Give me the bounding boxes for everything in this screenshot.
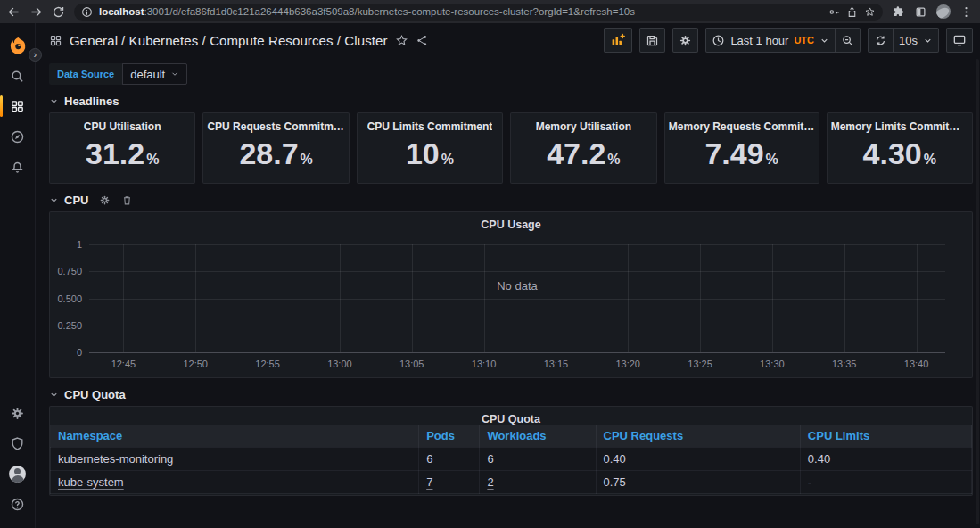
- column-header-cpu-limits[interactable]: CPU Limits: [800, 425, 971, 447]
- stat-panel-2[interactable]: CPU Limits Commitment10%: [357, 112, 503, 184]
- stat-panel-4[interactable]: Memory Requests Commitm...7.49%: [664, 112, 819, 184]
- gridline-x: [772, 244, 773, 352]
- gridline-x: [195, 244, 196, 352]
- save-icon: [646, 34, 659, 47]
- add-panel-button[interactable]: [604, 28, 632, 53]
- sidebar-item-dashboards[interactable]: [0, 93, 36, 120]
- table-cell-link[interactable]: 6: [480, 447, 596, 470]
- time-controls: Last 1 hour UTC: [705, 28, 861, 53]
- stat-panel-3[interactable]: Memory Utilisation47.2%: [510, 112, 656, 184]
- chevron-down-icon: [170, 70, 179, 78]
- sidebar-expand-button[interactable]: ›: [29, 48, 42, 62]
- row-delete-trash-icon[interactable]: [121, 194, 133, 206]
- browser-back-icon[interactable]: [7, 5, 21, 19]
- sidebar-item-search[interactable]: [0, 62, 36, 89]
- dashboard-header: General/ Kubernetes / Compute Resources …: [49, 23, 973, 57]
- tab-workspace-icon[interactable]: [914, 5, 927, 19]
- gridline-x: [700, 244, 701, 352]
- refresh-button[interactable]: [868, 28, 893, 53]
- gridline-y: [89, 326, 945, 326]
- table-cell: 0.40: [596, 447, 800, 470]
- bookmark-star-icon[interactable]: [864, 6, 876, 18]
- gridline-x: [123, 244, 124, 352]
- x-axis-tick: 13:40: [904, 359, 929, 369]
- browser-forward-icon[interactable]: [29, 5, 43, 19]
- share-dashboard-icon[interactable]: [416, 34, 429, 47]
- cpu-quota-table: NamespacePodsWorkloadsCPU RequestsCPU Li…: [50, 425, 972, 494]
- password-key-icon[interactable]: [828, 6, 840, 18]
- no-data-label: No data: [497, 278, 538, 292]
- stat-value: 4.30%: [863, 137, 936, 170]
- cpu-usage-panel[interactable]: CPU Usage No data 10.7500.5000.250012:45…: [49, 211, 973, 378]
- browser-profile-avatar[interactable]: [936, 4, 951, 19]
- sidebar-item-alerting[interactable]: [0, 153, 36, 180]
- gridline-x: [268, 244, 268, 352]
- stat-panel-5[interactable]: Memory Limits Commitment4.30%: [827, 112, 973, 184]
- table-cell-link[interactable]: kube-system: [51, 470, 419, 493]
- tv-mode-button[interactable]: [946, 28, 973, 53]
- stat-value: 31.2%: [86, 137, 159, 170]
- gridline-x: [412, 244, 413, 352]
- site-info-icon[interactable]: [81, 6, 93, 18]
- stat-panel-1[interactable]: CPU Requests Commitment28.7%: [202, 112, 349, 184]
- breadcrumb: General/ Kubernetes / Compute Resources …: [49, 33, 429, 48]
- stat-panel-0[interactable]: CPU Utilisation31.2%: [49, 112, 195, 184]
- apps-grid-icon[interactable]: [49, 34, 62, 47]
- time-range-picker[interactable]: Last 1 hour UTC: [705, 28, 835, 53]
- x-axis-tick: 13:20: [615, 359, 640, 369]
- gridline-x: [917, 244, 918, 352]
- gear-icon: [679, 34, 692, 47]
- row-header-cpu[interactable]: CPU: [49, 192, 973, 208]
- help-icon: [10, 497, 25, 512]
- cpu-quota-panel[interactable]: CPU Quota NamespacePodsWorkloadsCPU Requ…: [49, 406, 973, 496]
- chevron-down-icon: [49, 390, 59, 400]
- table-cell-link[interactable]: 2: [480, 470, 596, 493]
- stat-value: 10%: [406, 137, 454, 170]
- url-text[interactable]: localhost:3001/d/efa86fd1d0c121a26444b63…: [99, 6, 822, 17]
- browser-address-bar[interactable]: localhost:3001/d/efa86fd1d0c121a26444b63…: [74, 4, 883, 21]
- x-axis-tick: 13:00: [327, 359, 352, 369]
- extensions-puzzle-icon[interactable]: [892, 5, 905, 19]
- zoom-out-time-button[interactable]: [835, 28, 861, 53]
- save-dashboard-button[interactable]: [639, 28, 665, 53]
- table-cell-link[interactable]: 6: [419, 447, 480, 470]
- column-header-pods[interactable]: Pods: [419, 425, 480, 447]
- sidebar-item-help[interactable]: [0, 491, 36, 517]
- dashboard-settings-button[interactable]: [672, 28, 698, 53]
- y-axis-tick: 0.500: [57, 293, 82, 304]
- user-avatar: [9, 466, 26, 483]
- x-axis-tick: 13:15: [544, 359, 569, 369]
- sidebar-item-profile[interactable]: [0, 460, 36, 487]
- column-header-workloads[interactable]: Workloads: [480, 425, 596, 447]
- bell-icon: [10, 160, 25, 175]
- dashboard-toolbar: Last 1 hour UTC 10s: [604, 28, 973, 53]
- panel-title[interactable]: CPU Quota: [50, 407, 972, 425]
- row-header-cpu-quota[interactable]: CPU Quota: [49, 386, 973, 402]
- datasource-variable-label[interactable]: Data Source: [49, 63, 122, 85]
- clock-icon: [712, 34, 725, 47]
- datasource-variable-value[interactable]: default: [122, 63, 187, 85]
- favorite-star-icon[interactable]: [395, 34, 408, 47]
- gear-icon: [10, 406, 25, 421]
- row-header-headlines[interactable]: Headlines: [49, 93, 973, 109]
- sidebar-item-server-admin[interactable]: [0, 430, 36, 457]
- column-header-namespace[interactable]: Namespace: [51, 425, 419, 447]
- browser-menu-icon[interactable]: [959, 5, 973, 19]
- refresh-interval-picker[interactable]: 10s: [893, 28, 939, 53]
- sidebar-item-configuration[interactable]: [0, 400, 36, 426]
- table-cell-link[interactable]: 7: [419, 470, 480, 493]
- refresh-icon: [874, 34, 887, 47]
- table-cell: 0.40: [800, 447, 971, 470]
- browser-reload-icon[interactable]: [52, 5, 65, 19]
- dashboard-scrollbar[interactable]: [976, 59, 979, 524]
- row-settings-gear-icon[interactable]: [99, 194, 111, 206]
- dashboard-title[interactable]: General/ Kubernetes / Compute Resources …: [70, 33, 388, 48]
- table-cell-link[interactable]: kubernetes-monitoring: [51, 447, 419, 470]
- sidebar-item-explore[interactable]: [0, 123, 36, 150]
- x-axis-tick: 12:50: [183, 359, 208, 369]
- panel-title[interactable]: CPU Usage: [50, 212, 972, 231]
- table-row: kube-system720.75-: [51, 470, 972, 493]
- share-page-icon[interactable]: [846, 6, 858, 18]
- column-header-cpu-requests[interactable]: CPU Requests: [596, 425, 800, 447]
- gridline-x: [628, 244, 629, 352]
